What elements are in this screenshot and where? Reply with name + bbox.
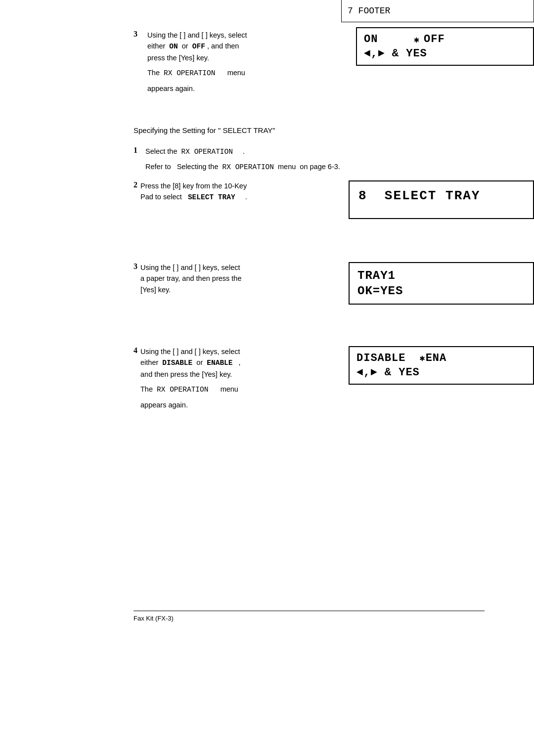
step4-block: 4 Using the [ ] and [ ] keys, select eit… bbox=[134, 346, 534, 410]
step4-number: 4 bbox=[134, 346, 137, 355]
top-footer-box: 7 FOOTER bbox=[341, 0, 534, 22]
step3-note1: The RX OPERATION menu bbox=[147, 67, 341, 79]
on-label: ON bbox=[364, 33, 378, 45]
step4-text-col: 4 Using the [ ] and [ ] keys, select eit… bbox=[134, 346, 344, 410]
step2-body: Press the [8] key from the 10-Key Pad to… bbox=[140, 180, 344, 203]
display-on-off-line2: ◄,► & YES bbox=[364, 47, 526, 60]
disable-line1: DISABLE ✱ENA bbox=[356, 352, 526, 364]
step3b-body: Using the [ ] and [ ] keys, select a pap… bbox=[140, 262, 344, 295]
display-select-tray: 8 SELECT TRAY bbox=[349, 180, 534, 219]
step1-line1: Select the RX OPERATION . bbox=[145, 146, 534, 157]
footer-line: Fax Kit (FX-3) bbox=[134, 611, 485, 623]
step4-line1: Using the [ ] and [ ] keys, select bbox=[140, 346, 344, 357]
tray1-line2: OK=YES bbox=[357, 284, 525, 298]
section3-on-off: 3 Using the [ ] and [ ] keys, select eit… bbox=[134, 27, 534, 99]
page-container: 7 FOOTER 3 Using the [ ] and [ ] keys, s… bbox=[0, 0, 534, 756]
step4-line3: and then press the [Yes] key. bbox=[140, 369, 344, 380]
step1-note: Refer to Selecting the RX OPERATION menu… bbox=[145, 161, 534, 173]
step4-line2: either DISABLE or ENABLE , bbox=[140, 357, 344, 368]
step3b-line1: Using the [ ] and [ ] keys, select bbox=[140, 262, 344, 273]
step3-number: 3 bbox=[134, 30, 144, 39]
step2-number: 2 bbox=[134, 180, 137, 189]
asterisk1: ✱ bbox=[414, 34, 420, 45]
display-on-off: ON ✱OFF ◄,► & YES bbox=[356, 27, 534, 66]
step4-note2: appears again. bbox=[140, 400, 344, 410]
step1-block: 1 Select the RX OPERATION . Refer to Sel… bbox=[134, 146, 534, 173]
step2-block: 2 Press the [8] key from the 10-Key Pad … bbox=[134, 180, 534, 219]
step1-number: 1 bbox=[134, 146, 137, 155]
step2-line2: Pad to select SELECT TRAY . bbox=[140, 191, 344, 203]
display-tray1: TRAY1 OK=YES bbox=[349, 262, 534, 305]
tray1-line1: TRAY1 bbox=[357, 269, 525, 282]
step2-line1: Press the [8] key from the 10-Key bbox=[140, 180, 344, 191]
footer-text: Fax Kit (FX-3) bbox=[134, 615, 174, 622]
step3-on-off-text: 3 Using the [ ] and [ ] keys, select eit… bbox=[134, 27, 341, 99]
step3-on-off-body: Using the [ ] and [ ] keys, select eithe… bbox=[147, 30, 341, 94]
specifying-heading: Specifying the Setting for " SELECT TRAY… bbox=[134, 126, 275, 134]
display-disable: DISABLE ✱ENA ◄,► & YES bbox=[349, 346, 534, 385]
display-on-off-line1: ON ✱OFF bbox=[364, 33, 526, 45]
step3-on-off-inline: 3 Using the [ ] and [ ] keys, select eit… bbox=[134, 30, 341, 94]
step3-note2: appears again. bbox=[147, 83, 341, 94]
menu-number: 8 SELECT TRAY bbox=[358, 188, 524, 203]
off-label: OFF bbox=[424, 33, 445, 45]
step4-note1: The RX OPERATION menu bbox=[140, 384, 344, 395]
specifying-text: Specifying the Setting for " SELECT TRAY… bbox=[134, 126, 275, 134]
step3b-text-col: 3 Using the [ ] and [ ] keys, select a p… bbox=[134, 262, 344, 295]
step3b-number: 3 bbox=[134, 262, 137, 271]
step3b-block: 3 Using the [ ] and [ ] keys, select a p… bbox=[134, 262, 534, 305]
step1-body: Select the RX OPERATION . Refer to Selec… bbox=[145, 146, 534, 173]
footer-label: 7 FOOTER bbox=[348, 6, 390, 16]
step4-body: Using the [ ] and [ ] keys, select eithe… bbox=[140, 346, 344, 410]
step3-line3: press the [Yes] key. bbox=[147, 52, 341, 63]
step3b-line3: [Yes] key. bbox=[140, 284, 344, 295]
spacer1 bbox=[382, 33, 410, 45]
disable-line2: ◄,► & YES bbox=[356, 366, 526, 379]
step3-line1: Using the [ ] and [ ] keys, select bbox=[147, 30, 341, 41]
step3b-line2: a paper tray, and then press the bbox=[140, 273, 344, 284]
step3-line2: either ON or OFF , and then bbox=[147, 41, 341, 52]
step2-text-col: 2 Press the [8] key from the 10-Key Pad … bbox=[134, 180, 344, 203]
